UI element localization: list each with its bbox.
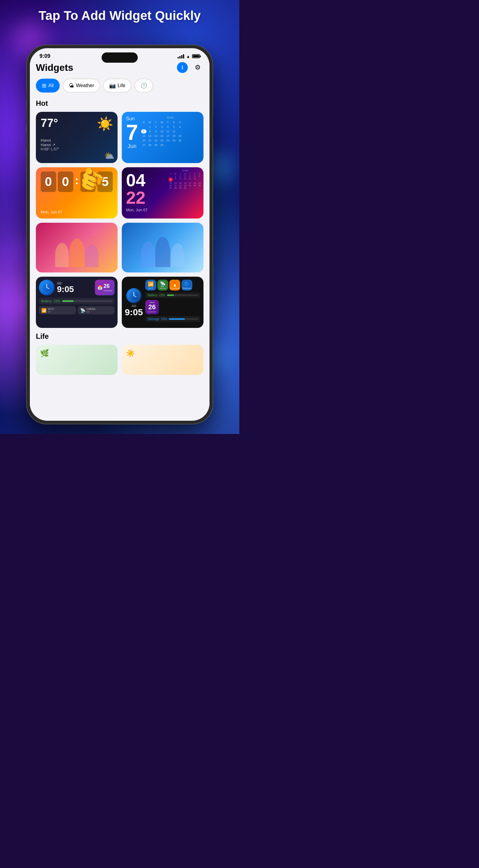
cal-cell: 2 (153, 125, 158, 129)
cal-month-small: October (104, 289, 112, 292)
filter-tab-weather[interactable]: 🌤 Weather (63, 79, 100, 93)
filter-tabs: ⊞ All 🌤 Weather 📷 Life 🕐 (36, 79, 204, 93)
cal-cell (177, 129, 183, 133)
cal-cell: 1 (147, 125, 153, 129)
multi-top-row: AM 9:05 📅 26 October (39, 280, 115, 296)
wifi-connect-icon: 📶 (41, 308, 47, 313)
clock-tab-icon: 🕐 (141, 82, 147, 89)
dark-calendar-widget[interactable]: 0422 Mon, Jun 07 JUNE S M T W T F S (122, 167, 204, 218)
cal-cell: 6 (177, 125, 183, 129)
filter-tab-life[interactable]: 📷 Life (103, 79, 131, 93)
weather-cloud-icon: ⛅ (104, 151, 115, 161)
settings-button[interactable]: ⚙ (192, 62, 204, 73)
widget-grid-row2: 0 0 : 4 5 Mon, Jun 07 0422 Mon, Jun 07 J… (36, 167, 204, 218)
life-widget-1[interactable]: 🌿 (36, 345, 118, 375)
cellular-connect-icon: 📡 (80, 308, 85, 313)
cellular-status: On (87, 310, 96, 313)
wifi-btn-icon: 📶 (148, 281, 154, 287)
cal-cell: 30 (159, 143, 164, 147)
weather-widget[interactable]: 77° ☀️ Hanoi Hanoi ↗ H:88° L:57° ⛅ (36, 112, 118, 163)
wifi-label: Wi-Fi (48, 307, 54, 310)
cal-cell: 12 (171, 129, 177, 133)
weather-sun-icon: ☀️ (97, 116, 113, 132)
scroll-content[interactable]: Widgets i ⚙ ⊞ All 🌤 Weather 📷 Lif (30, 62, 210, 419)
wifi-status: On (48, 310, 54, 313)
svg-line-5 (134, 296, 136, 297)
life-widgets: 🌿 ☀️ (36, 345, 204, 375)
clock-face-large-svg (128, 290, 140, 302)
svg-line-2 (47, 287, 49, 289)
cal-cell (171, 143, 177, 147)
mw-cal-month: October (148, 310, 156, 313)
life-widget-2[interactable]: ☀️ (122, 345, 204, 375)
battery-pct-small: 23% (54, 299, 60, 303)
wifi-icon: ▲ (186, 54, 190, 59)
hotspot-icon-btn: 🔥 FaceSpot (170, 280, 180, 290)
connectivity-icons: 📶 Wi-Fi 📡 WLAN 🔥 FaceSpot (145, 280, 201, 290)
multi-widget-small[interactable]: AM 9:05 📅 26 October Battery (36, 277, 118, 328)
cal-cell: 4 (165, 125, 171, 129)
hotspot-btn-icon: 🔥 (172, 281, 178, 287)
analog-clock-small (39, 280, 55, 296)
cal-cell: 11 (165, 129, 171, 133)
page-header-title: Tap To Add Widget Quickly (0, 8, 239, 23)
battery-bar-small (62, 300, 112, 302)
mw-clock-section: AM 9:05 (125, 280, 143, 325)
signal-bar-2 (179, 56, 181, 59)
cal-cell: 23 (159, 138, 164, 143)
filter-tab-more[interactable]: 🕐 (134, 79, 153, 93)
widget-grid-row4: AM 9:05 📅 26 October Battery (36, 277, 204, 328)
cal-cell: 20 (141, 138, 147, 143)
silent-switch (26, 90, 27, 100)
cal-cell: 17 (165, 134, 171, 138)
phone-screen: 9:09 ▲ Widgets i ⚙ (30, 48, 210, 421)
info-button[interactable]: i (177, 62, 188, 73)
cal-header-w: W (159, 120, 164, 124)
flip-clock-widget[interactable]: 0 0 : 4 5 Mon, Jun 07 (36, 167, 118, 218)
weather-city: Hanoi (41, 138, 113, 143)
mw-battery-bar (167, 294, 198, 296)
widget-grid-row3 (36, 223, 204, 273)
cellular-label: Cellular (87, 307, 96, 310)
mw-storage-bar (169, 318, 198, 320)
calendar-badge-small: 📅 26 October (95, 280, 115, 296)
widgets-title: Widgets (36, 62, 73, 73)
cal-cell (165, 143, 171, 147)
life-icon: 📷 (109, 82, 116, 89)
flip-hours-tens: 0 (41, 172, 56, 192)
all-icon: ⊞ (42, 82, 47, 89)
dynamic-island (101, 53, 138, 63)
calendar-widget[interactable]: Sun 7 Jun JUNE S M T W T F S (122, 112, 204, 163)
cal-cell: 21 (147, 138, 153, 143)
life-widget-2-icon: ☀️ (126, 349, 199, 358)
calendar-right: JUNE S M T W T F S 1 (141, 116, 199, 159)
mw-storage-fill (169, 318, 184, 320)
cal-cell: 19 (177, 134, 183, 138)
cal-cell: 28 (147, 143, 153, 147)
cal-cell: 8 (147, 129, 153, 133)
cal-header-s2: S (177, 120, 183, 124)
calendar-icon-small: 📅 (97, 285, 102, 290)
cal-row-2: 7 8 9 10 11 12 (141, 129, 199, 133)
cellular-badge-small: 📡 Cellular On (78, 306, 115, 314)
photo-widget-1[interactable] (36, 223, 118, 273)
mw-storage-label: Storrage (148, 317, 159, 321)
cal-cell: 16 (159, 134, 164, 138)
filter-tab-all[interactable]: ⊞ All (36, 79, 60, 93)
cal-cell: 24 (165, 138, 171, 143)
cal-header-t1: T (153, 120, 158, 124)
cal-cell: 14 (147, 134, 153, 138)
cal-cell: 18 (171, 134, 177, 138)
clock-face-svg (41, 281, 53, 293)
status-icons: ▲ (178, 54, 200, 59)
cal-cell (141, 125, 147, 129)
time-big-small: 9:05 (57, 285, 93, 293)
photo-widget-2[interactable] (122, 223, 204, 273)
multi-widget-large[interactable]: AM 9:05 📶 Wi-Fi 📡 WLAN (122, 277, 204, 328)
battery-fill-small (62, 300, 73, 302)
mw-time-value: 9:05 (125, 308, 143, 317)
cal-row-5: 27 28 29 30 (141, 143, 199, 147)
calendar-date: 7 (126, 121, 138, 143)
cal-cell: 26 (177, 138, 183, 143)
mw-battery-row: Battery 23% (145, 292, 201, 298)
